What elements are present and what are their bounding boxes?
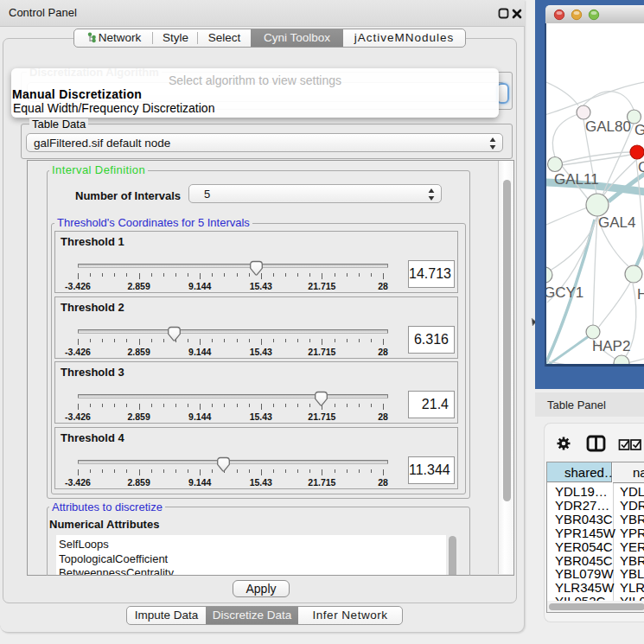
svg-text:GCY1: GCY1: [546, 284, 583, 301]
svg-text:H: H: [637, 286, 644, 303]
svg-text:HAP2: HAP2: [592, 338, 630, 354]
svg-text:C: C: [638, 159, 644, 175]
svg-text:GAL80: GAL80: [585, 118, 631, 135]
svg-text:GAL4: GAL4: [598, 214, 635, 231]
svg-text:GA: GA: [634, 122, 644, 138]
svg-text:GAL11: GAL11: [554, 171, 599, 188]
